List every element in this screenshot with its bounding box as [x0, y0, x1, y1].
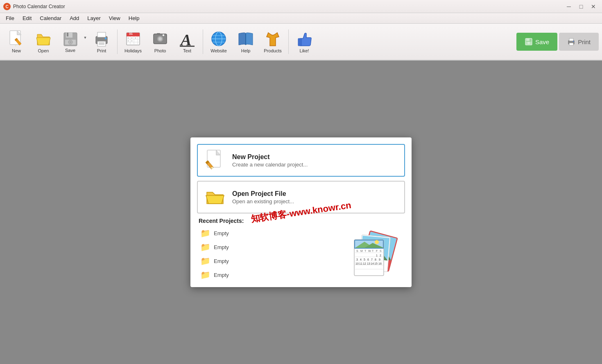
svg-rect-21 [127, 35, 140, 36]
new-project-subtitle: Create a new calendar project... [232, 162, 308, 168]
svg-rect-52 [569, 38, 573, 41]
toolbar-help-button[interactable]: Help [233, 25, 259, 58]
menu-edit[interactable]: Edit [18, 13, 36, 23]
svg-text:16: 16 [378, 262, 382, 265]
save-action-label: Save [535, 38, 549, 45]
svg-text:S: S [380, 249, 382, 252]
svg-point-28 [128, 38, 129, 38]
save-action-button[interactable]: Save [516, 33, 557, 51]
svg-text:10: 10 [355, 262, 359, 265]
toolbar-new-button[interactable]: New [3, 25, 29, 58]
recent-folder-icon-1: 📁 [200, 242, 210, 252]
open-project-subtitle: Open an existing project... [232, 198, 294, 204]
website-icon [210, 30, 227, 47]
save-dropdown-arrow[interactable]: ▼ [84, 36, 87, 40]
svg-point-31 [128, 40, 129, 41]
recent-item-name-0: Empty [214, 230, 229, 236]
svg-rect-15 [97, 41, 106, 46]
maximize-button[interactable]: □ [576, 2, 586, 11]
title-bar-controls: ─ □ ✕ [564, 2, 599, 11]
menu-file[interactable]: File [2, 13, 18, 23]
open-project-title: Open Project File [232, 190, 294, 198]
print-action-button[interactable]: Print [559, 33, 599, 51]
toolbar-photo-button[interactable]: Photo [147, 25, 173, 58]
app-icon: C [3, 3, 11, 10]
toolbar: New Open Save ▼ [0, 24, 602, 61]
photo-label: Photo [154, 48, 166, 53]
new-project-option[interactable]: New Project Create a new calendar projec… [197, 144, 405, 177]
toolbar-like-button[interactable]: Like! [291, 25, 317, 58]
svg-point-32 [131, 40, 132, 41]
menu-calendar[interactable]: Calendar [36, 13, 66, 23]
toolbar-website-button[interactable]: Website [206, 25, 232, 58]
products-label: Products [264, 48, 281, 53]
svg-text:3: 3 [356, 258, 358, 261]
svg-rect-46 [298, 38, 301, 46]
recent-item-0[interactable]: 📁 Empty [199, 227, 231, 239]
help-label: Help [241, 48, 251, 53]
svg-rect-14 [97, 32, 106, 37]
svg-rect-16 [105, 38, 106, 39]
recent-item-2[interactable]: 📁 Empty [199, 255, 231, 267]
svg-text:S: S [356, 249, 358, 252]
recent-folder-icon-0: 📁 [200, 228, 210, 238]
like-icon [296, 30, 313, 47]
svg-point-50 [527, 42, 530, 44]
toolbar-right-actions: Save Print [516, 33, 599, 51]
svg-point-30 [135, 38, 136, 38]
recent-item-1[interactable]: 📁 Empty [199, 241, 231, 253]
svg-text:W: W [368, 249, 371, 252]
recent-item-name-1: Empty [214, 244, 229, 250]
toolbar-print-button[interactable]: Print [88, 25, 115, 58]
recent-item-3[interactable]: 📁 Empty [199, 269, 231, 281]
recent-projects-list: 📁 Empty 📁 Empty 📁 Empty 📁 Empty [199, 227, 231, 281]
toolbar-separator-3 [288, 29, 289, 54]
help-icon [237, 30, 254, 47]
svg-point-105 [375, 240, 379, 244]
svg-rect-9 [67, 33, 68, 36]
print-action-label: Print [578, 38, 591, 45]
svg-rect-48 [526, 38, 530, 41]
open-project-option[interactable]: Open Project File Open an existing proje… [197, 181, 405, 213]
close-button[interactable]: ✕ [588, 2, 599, 11]
new-label: New [12, 48, 21, 53]
toolbar-save-button[interactable]: Save ▼ [57, 25, 88, 58]
title-bar: C Photo Calendar Creator ─ □ ✕ [0, 0, 602, 13]
svg-point-35 [158, 37, 162, 40]
svg-text:6: 6 [367, 258, 369, 261]
print-label: Print [97, 48, 106, 53]
menu-help[interactable]: Help [124, 13, 144, 23]
menu-view[interactable]: View [105, 13, 124, 23]
toolbar-holidays-button[interactable]: 31 Holidays [120, 25, 146, 58]
svg-text:12: 12 [363, 262, 366, 265]
svg-text:M: M [360, 249, 363, 252]
menu-bar: File Edit Calendar Add Layer View Help [0, 13, 602, 24]
recent-projects-inner: 📁 Empty 📁 Empty 📁 Empty 📁 Empty [199, 227, 403, 281]
svg-text:14: 14 [371, 262, 374, 265]
svg-point-36 [163, 34, 165, 36]
toolbar-separator-1 [117, 29, 118, 54]
svg-text:F: F [376, 249, 378, 252]
open-project-icon [204, 186, 226, 208]
svg-text:1: 1 [376, 254, 378, 257]
svg-text:9: 9 [379, 258, 380, 261]
calendar-illustration: MARCH S M T W T F S [342, 223, 399, 281]
toolbar-products-button[interactable]: Products [260, 25, 286, 58]
products-icon [264, 30, 281, 47]
svg-text:11: 11 [359, 262, 362, 265]
minimize-button[interactable]: ─ [564, 2, 574, 11]
open-label: Open [38, 48, 49, 53]
recent-item-name-3: Empty [214, 272, 229, 278]
toolbar-text-button[interactable]: A Text [174, 25, 200, 58]
new-project-title: New Project [232, 153, 308, 161]
recent-projects-section: Recent Projects: 📁 Empty 📁 Empty 📁 Empty [197, 218, 405, 281]
svg-text:T: T [372, 249, 374, 252]
toolbar-open-button[interactable]: Open [30, 25, 57, 58]
app-title: Photo Calendar Creator [13, 4, 65, 9]
print-action-icon [567, 38, 575, 46]
svg-text:A: A [179, 31, 192, 48]
svg-text:8: 8 [375, 258, 376, 261]
holidays-label: Holidays [124, 48, 142, 53]
menu-add[interactable]: Add [66, 13, 83, 23]
menu-layer[interactable]: Layer [83, 13, 105, 23]
